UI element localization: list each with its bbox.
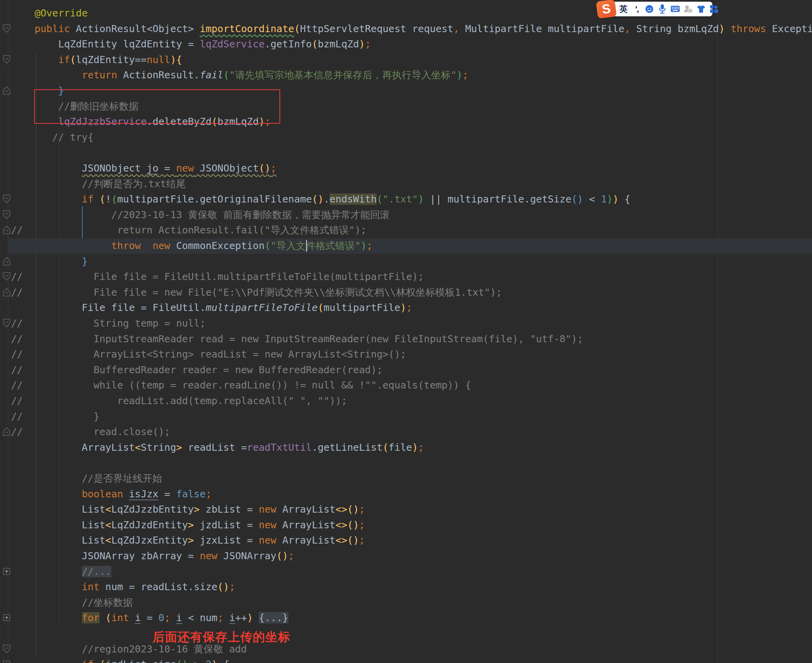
code-token: // while ((temp = reader.readLine()) != … [11,379,471,391]
code-token: { [218,659,229,663]
code-line[interactable]: File file = FileUtil.multipartFileToFile… [11,300,412,316]
code-token [11,612,82,623]
microphone-icon[interactable] [658,4,667,14]
ime-toolbar[interactable]: S 英 ’, 25 [599,2,712,16]
emoji-face-icon[interactable] [645,4,654,14]
fold-collapse-icon[interactable] [2,272,13,282]
code-token: lqZdService [200,38,265,50]
code-line[interactable]: // BufferedReader reader = new BufferedR… [11,362,382,378]
fold-collapse-icon[interactable] [2,194,13,204]
code-token: throws [730,23,766,34]
code-line[interactable]: //是否界址线开始 [11,471,162,486]
fold-expand-icon[interactable] [2,567,13,577]
fold-collapse-icon[interactable] [2,225,13,235]
code-line[interactable]: int num = readList.size(); [11,579,235,595]
code-line[interactable]: // return ActionResult.fail("导入文件格式错误"); [11,222,366,238]
code-line[interactable]: for (int i = 0; i < num; i++) {...} [11,610,288,626]
code-line[interactable]: // String temp = null; [11,316,206,331]
code-token [11,23,34,34]
fold-collapse-icon[interactable] [2,427,13,437]
code-token: ".txt" [382,193,418,205]
code-line[interactable]: // File file = new File("E:\\Pdf测试文件夹\\坐… [11,285,502,300]
text-caret [306,240,307,252]
code-token: public [34,23,70,34]
code-token: () [312,193,324,205]
code-line[interactable]: List<LqZdJzzbEntity> zbList = new ArrayL… [11,502,365,517]
code-token [123,488,129,500]
code-token: ( [265,240,270,251]
fold-collapse-icon[interactable] [2,318,13,329]
code-editor: @Override public ActionResult<Object> im… [0,0,812,663]
svg-text:25: 25 [688,9,691,12]
fold-expand-icon[interactable] [2,659,13,663]
code-line[interactable]: if (!(multipartFile.getOriginalFilename(… [11,191,631,207]
ime-punctuation-toggle[interactable]: ’, [632,4,641,14]
ime-language-mode-toggle[interactable]: 英 [619,4,628,14]
fold-collapse-icon[interactable] [2,210,13,220]
sogou-logo-icon[interactable]: S [596,0,616,19]
code-line[interactable]: List<LqZdJzdEntity> jzdList = new ArrayL… [11,517,365,533]
skin-tshirt-icon[interactable] [696,4,706,14]
code-line[interactable]: ArrayList<String> readList =readTxtUtil.… [11,440,424,455]
code-line[interactable]: // while ((temp = reader.readLine()) != … [11,378,471,393]
fold-expand-icon[interactable] [2,613,13,623]
code-line[interactable]: if (jzdList.size() > 2) { [11,657,229,663]
code-line[interactable]: return ActionResult.fail("请先填写宗地基本信息并保存后… [11,67,468,83]
code-token: ( [105,612,111,623]
code-token [11,597,82,608]
code-line[interactable]: //... [11,564,111,580]
code-line[interactable]: public ActionResult<Object> importCoordi… [11,21,812,37]
code-token: // read.close(); [11,426,170,437]
code-token [170,612,176,623]
code-token: < [583,193,601,205]
code-token: @Override [34,7,87,19]
code-line[interactable]: //2023-10-13 黄保敬 前面有删除数据，需要抛异常才能回滚 [11,207,390,223]
code-token: if [82,659,94,663]
code-token: CommonException [170,240,265,251]
keyboard-icon[interactable] [671,4,680,14]
fold-collapse-icon[interactable] [2,257,13,267]
code-token: ) [170,54,176,65]
code-token: ; [229,581,235,593]
code-token: "请先填写宗地基本信息并保存后，再执行导入坐标" [229,69,457,81]
code-line[interactable]: } [11,254,88,269]
fold-collapse-icon[interactable] [2,287,13,298]
code-token: JSONObject [82,163,147,174]
code-line[interactable]: // readList.add(temp.replaceAll(" ", "")… [11,393,347,409]
code-line[interactable]: LqZdEntity lqZdEntity = lqZdService.getI… [11,36,371,52]
code-line[interactable]: // try{ [11,130,94,145]
code-line[interactable]: throw new CommonException("导入文件格式错误"); [11,238,373,254]
toolbox-grid-icon[interactable] [709,4,719,14]
fold-collapse-icon[interactable] [2,24,13,34]
code-token: isJzx [129,488,158,500]
code-token [11,178,82,190]
code-line[interactable]: // InputStreamReader read = new InputStr… [11,331,583,347]
code-token: i [176,612,182,624]
code-line[interactable]: @Override [11,5,88,21]
code-line[interactable]: // ArrayList<String> readList = new Arra… [11,347,406,362]
code-line[interactable]: //判断是否为.txt结尾 [11,176,186,192]
code-token: ) [247,612,253,623]
code-token: ) [412,442,418,453]
code-token: "导入文件格式错误" [270,240,361,251]
fold-collapse-icon[interactable] [2,86,13,96]
fold-collapse-icon[interactable] [2,55,13,65]
code-token: multipartFile.getOriginalFilename [117,193,312,205]
code-line[interactable]: if(lqZdEntity==null){ [11,52,182,68]
code-line[interactable]: List<LqZdJzxEntity> jzxList = new ArrayL… [11,533,365,548]
code-token: // String temp = null; [11,318,206,329]
fold-collapse-icon[interactable] [2,644,13,654]
code-line[interactable]: boolean isJzx = false; [11,486,212,502]
code-token: readList = [182,442,247,453]
code-token: = [158,488,176,500]
code-line[interactable]: JSONObject jo = new JSONObject(); [11,161,276,176]
code-line[interactable]: // read.close(); [11,424,170,440]
code-token: new [259,519,276,531]
code-line[interactable]: // } [11,409,100,425]
code-token: JSONArray zbArray = [11,550,200,562]
code-token [100,612,105,623]
code-line[interactable]: //坐标数据 [11,595,133,611]
login-person-icon[interactable]: 25 [683,4,693,14]
code-line[interactable]: JSONArray zbArray = new JSONArray(); [11,548,294,564]
code-line[interactable]: // File file = FileUtil.multipartFileToF… [11,269,424,285]
